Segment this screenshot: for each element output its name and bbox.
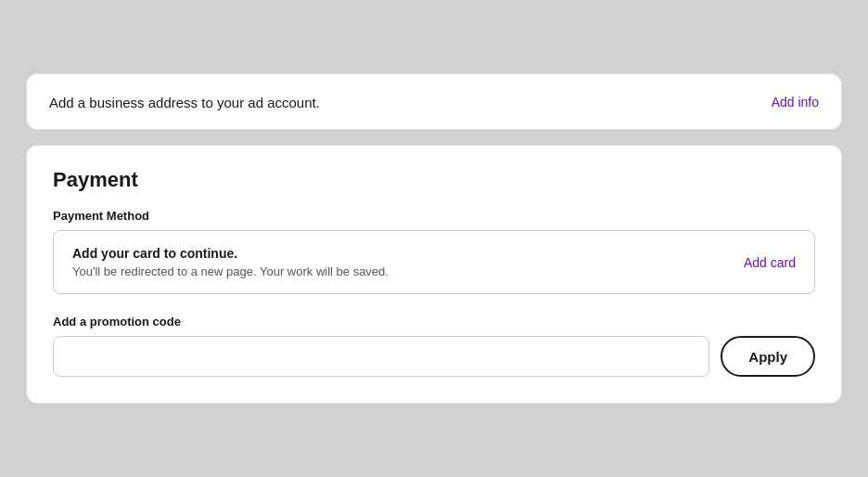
payment-method-title: Add your card to continue. — [72, 246, 389, 261]
apply-button[interactable]: Apply — [721, 336, 815, 377]
address-message: Add a business address to your ad accoun… — [49, 93, 320, 110]
payment-method-subtitle: You'll be redirected to a new page. Your… — [72, 264, 389, 278]
payment-method-label: Payment Method — [53, 209, 815, 223]
promo-label: Add a promotion code — [53, 315, 815, 329]
payment-title: Payment — [53, 168, 815, 192]
add-info-link[interactable]: Add info — [772, 95, 819, 110]
promo-row: Apply — [53, 336, 815, 377]
payment-card: Payment Payment Method Add your card to … — [26, 145, 842, 404]
address-card: Add a business address to your ad accoun… — [26, 73, 842, 130]
payment-method-info: Add your card to continue. You'll be red… — [72, 246, 389, 278]
payment-method-box: Add your card to continue. You'll be red… — [53, 230, 815, 294]
page-wrapper: Add a business address to your ad accoun… — [26, 73, 842, 404]
add-card-link[interactable]: Add card — [744, 255, 796, 270]
promo-input[interactable] — [53, 336, 709, 377]
